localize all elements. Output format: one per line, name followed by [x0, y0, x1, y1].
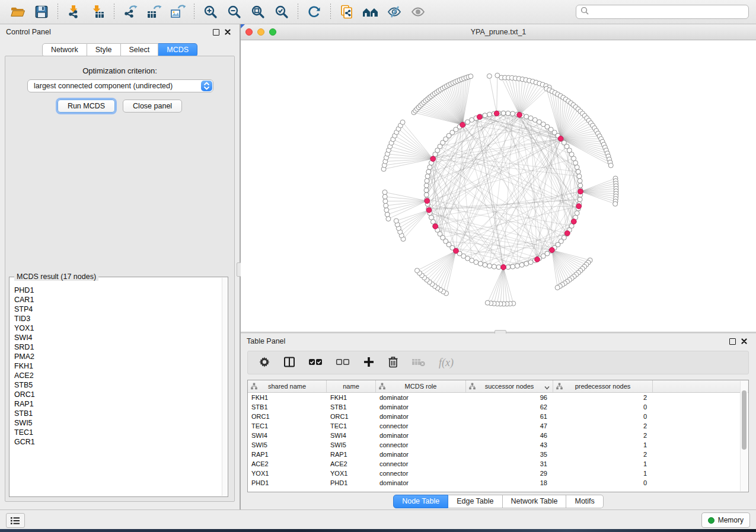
tab-select[interactable]: Select — [121, 43, 159, 57]
float-panel-icon[interactable] — [210, 27, 222, 37]
mcds-result-item[interactable]: SWI5 — [14, 418, 222, 428]
network-canvas[interactable] — [241, 40, 756, 332]
zoom-fit-button[interactable] — [246, 2, 270, 22]
zoom-in-button[interactable] — [199, 2, 222, 22]
close-panel-button[interactable]: Close panel — [123, 100, 182, 113]
search-input[interactable] — [592, 6, 748, 18]
mcds-result-item[interactable]: RAP1 — [14, 399, 222, 409]
deselect-all-button[interactable] — [336, 355, 350, 370]
close-panel-icon[interactable] — [222, 27, 234, 37]
column-header-predecessor-nodes[interactable]: predecessor nodes — [553, 380, 653, 392]
mcds-result-item[interactable]: TEC1 — [14, 428, 222, 437]
sort-arrow-icon[interactable] — [544, 384, 550, 391]
table-panel: Table Panel f(x) shared namenameMCDS rol… — [241, 334, 756, 509]
table-cell: 1 — [553, 470, 653, 477]
table-row[interactable]: YOX1YOX1connector291 — [248, 469, 748, 478]
column-header-successor-nodes[interactable]: successor nodes — [466, 380, 553, 392]
mcds-result-item[interactable]: GCR1 — [14, 437, 222, 447]
delete-button[interactable] — [388, 355, 398, 370]
float-table-panel-icon[interactable] — [726, 336, 738, 346]
table-cell: 2 — [553, 394, 653, 401]
table-scrollbar-thumb[interactable] — [742, 390, 747, 450]
table-row[interactable]: TEC1TEC1connector472 — [248, 421, 748, 431]
table-row[interactable]: SWI4SWI4dominator462 — [248, 431, 748, 440]
show-panels-button[interactable] — [6, 513, 25, 528]
column-header-name[interactable]: name — [327, 380, 376, 392]
open-file-button[interactable] — [6, 2, 30, 22]
select-all-button[interactable] — [308, 355, 323, 370]
mcds-result-item[interactable]: ORC1 — [14, 390, 222, 399]
import-table-button[interactable] — [86, 2, 110, 22]
import-network-button[interactable] — [62, 2, 86, 22]
table-cell: TEC1 — [248, 422, 327, 430]
export-image-button[interactable] — [166, 2, 190, 22]
tab-node-table[interactable]: Node Table — [393, 495, 448, 508]
new-network-from-selection-button[interactable] — [335, 2, 359, 22]
table-row[interactable]: STB1STB1dominator620 — [248, 402, 748, 412]
mcds-result-item[interactable]: PHD1 — [14, 286, 222, 295]
table-cell: RAP1 — [248, 451, 327, 458]
export-table-button[interactable] — [142, 2, 166, 22]
table-row[interactable]: ORC1ORC1dominator610 — [248, 412, 748, 421]
network-graph — [241, 40, 756, 332]
network-view-titlebar[interactable]: YPA_prune.txt_1 — [241, 24, 756, 40]
mcds-result-item[interactable]: PMA2 — [14, 352, 222, 361]
table-row[interactable]: FKH1FKH1dominator962 — [248, 393, 748, 402]
close-table-panel-icon[interactable] — [738, 336, 750, 346]
mcds-result-item[interactable]: FKH1 — [14, 361, 222, 371]
clear-table-icon — [412, 357, 426, 369]
table-panel-tabs: Node TableEdge TableNetwork TableMotifs — [241, 495, 756, 508]
table-row[interactable]: PHD1PHD1dominator180 — [248, 478, 748, 488]
table-cell: 43 — [466, 441, 553, 448]
mcds-result-item[interactable]: ACE2 — [14, 371, 222, 380]
mcds-result-item[interactable]: STB5 — [14, 380, 222, 390]
table-row[interactable]: ACE2ACE2connector311 — [248, 459, 748, 469]
tab-network-table[interactable]: Network Table — [503, 495, 567, 508]
show-all-button[interactable] — [406, 2, 430, 22]
criterion-dropdown[interactable]: largest connected component (undirected) — [27, 79, 213, 92]
refresh-button[interactable] — [302, 2, 326, 22]
table-cell: dominator — [376, 403, 466, 411]
mcds-list-scrollbar[interactable] — [222, 278, 227, 496]
first-neighbors-button[interactable] — [359, 2, 382, 22]
memory-button[interactable]: Memory — [701, 512, 750, 528]
tab-edge-table[interactable]: Edge Table — [448, 495, 502, 508]
mcds-result-item[interactable]: STB1 — [14, 409, 222, 418]
settings-button[interactable] — [259, 355, 270, 370]
table-cell: ACE2 — [327, 460, 376, 467]
hide-selected-button[interactable] — [382, 2, 406, 22]
node-table[interactable]: shared namenameMCDS rolesuccessor nodesp… — [247, 380, 749, 492]
add-button[interactable] — [363, 355, 375, 370]
table-cell: 96 — [466, 394, 553, 401]
table-row[interactable]: SWI5SWI5connector431 — [248, 440, 748, 450]
mcds-result-item[interactable]: SRD1 — [14, 342, 222, 352]
mcds-result-item[interactable]: TID3 — [14, 314, 222, 323]
zoom-selected-button[interactable] — [270, 2, 294, 22]
tab-mcds[interactable]: MCDS — [158, 43, 197, 57]
column-header-shared-name[interactable]: shared name — [248, 380, 327, 392]
import-network-icon — [66, 5, 82, 19]
toolbar-separator — [330, 4, 331, 20]
table-cell: PHD1 — [327, 479, 376, 486]
mcds-result-item[interactable]: SWI4 — [14, 333, 222, 342]
attribute-type-icon — [379, 383, 385, 391]
mcds-result-item[interactable]: STP4 — [14, 305, 222, 314]
tab-style[interactable]: Style — [87, 43, 121, 57]
mcds-result-item[interactable]: CAR1 — [14, 295, 222, 305]
mcds-result-list[interactable]: PHD1CAR1STP4TID3YOX1SWI4SRD1PMA2FKH1ACE2… — [9, 281, 222, 495]
tab-motifs[interactable]: Motifs — [566, 495, 603, 508]
column-header-MCDS-role[interactable]: MCDS role — [376, 380, 466, 392]
mcds-result-item[interactable]: YOX1 — [14, 323, 222, 333]
zoom-out-button[interactable] — [222, 2, 246, 22]
tab-network[interactable]: Network — [42, 43, 87, 57]
save-session-button[interactable] — [30, 2, 53, 22]
table-row[interactable]: RAP1RAP1dominator352 — [248, 450, 748, 459]
export-network-button[interactable] — [119, 2, 142, 22]
attribute-type-icon — [251, 383, 257, 391]
columns-button[interactable] — [283, 355, 295, 370]
table-cell: 2 — [553, 432, 653, 439]
run-mcds-button[interactable]: Run MCDS — [58, 100, 115, 113]
table-cell: 0 — [553, 479, 653, 486]
search-box[interactable] — [576, 5, 749, 19]
table-scrollbar[interactable] — [740, 381, 748, 491]
